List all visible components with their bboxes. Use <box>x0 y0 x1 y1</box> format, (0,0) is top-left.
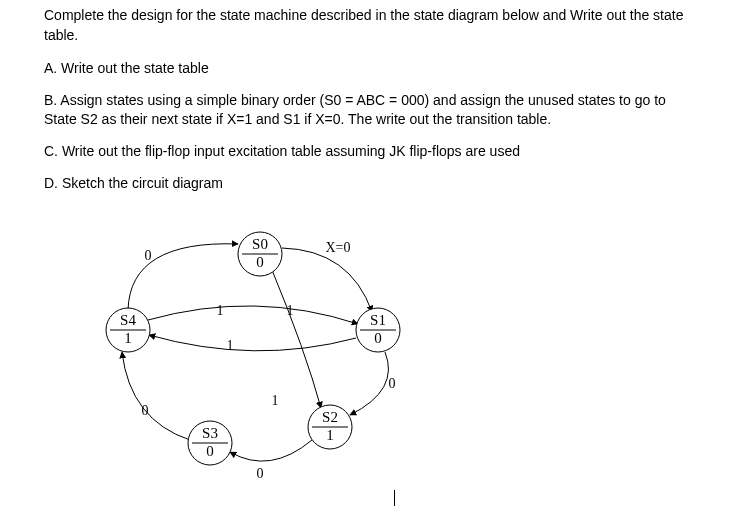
state-s0-name: S0 <box>252 236 268 252</box>
edge-s1-s4 <box>149 335 356 351</box>
edge-label-s1-s2: 0 <box>389 376 396 391</box>
state-s1-name: S1 <box>370 312 386 328</box>
part-d: D. Sketch the circuit diagram <box>44 174 699 194</box>
edge-s4-s1 <box>148 306 358 324</box>
edge-s2-s3 <box>230 440 312 461</box>
intro-text: Complete the design for the state machin… <box>44 6 699 45</box>
state-s2-name: S2 <box>322 409 338 425</box>
edge-label-s2-s3: 0 <box>257 466 264 481</box>
state-s2-output: 1 <box>326 427 334 443</box>
state-s1-output: 0 <box>374 330 382 346</box>
part-b: B. Assign states using a simple binary o… <box>44 91 699 130</box>
text-caret <box>394 490 395 506</box>
state-s1: S1 0 <box>356 308 400 352</box>
edge-s1-s2 <box>350 352 388 415</box>
state-s3: S3 0 <box>188 421 232 465</box>
state-diagram: 0 X=0 1 1 1 1 0 0 0 <box>90 230 440 500</box>
state-s4: S4 1 <box>106 308 150 352</box>
edge-label-s4-s0: 0 <box>145 248 152 263</box>
edge-label-s4-s1: 1 <box>217 303 224 318</box>
state-s4-name: S4 <box>120 312 136 328</box>
part-c: C. Write out the flip-flop input excitat… <box>44 142 699 162</box>
edge-s3-s4 <box>122 352 190 440</box>
edge-label-s0-s2: 1 <box>272 393 279 408</box>
state-s2: S2 1 <box>308 405 352 449</box>
edge-s0-s1-x0 <box>282 248 372 312</box>
state-s4-output: 1 <box>124 330 132 346</box>
edge-label-s1-s4: 1 <box>227 338 234 353</box>
state-s0-output: 0 <box>256 254 264 270</box>
part-a: A. Write out the state table <box>44 59 699 79</box>
state-s3-output: 0 <box>206 443 214 459</box>
edge-label-s0-s1-x0: X=0 <box>325 240 350 255</box>
edge-s0-s2 <box>272 270 321 408</box>
state-s0: S0 0 <box>238 232 282 276</box>
state-s3-name: S3 <box>202 425 218 441</box>
page: Complete the design for the state machin… <box>0 0 737 512</box>
edge-label-s3-s4: 0 <box>142 403 149 418</box>
state-diagram-svg: 0 X=0 1 1 1 1 0 0 0 <box>90 230 440 500</box>
